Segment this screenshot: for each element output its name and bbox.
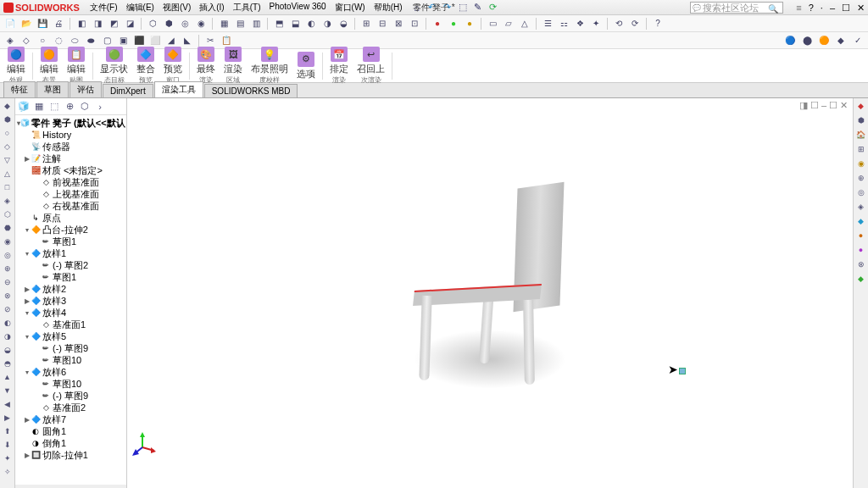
tree-item-8[interactable]: ▾🔶凸台-拉伸2 [15,224,126,236]
tb-x[interactable]: ▭ [486,17,499,30]
opts-icon[interactable]: ≡ [796,3,801,13]
cmd-2-0[interactable]: 🟢显示状态目标 [97,45,131,86]
tb-h[interactable]: ◉ [194,17,208,30]
minimize-button[interactable]: – [830,3,835,13]
vp-5[interactable]: ✕ [840,100,848,111]
cmd-2-2[interactable]: 🔶预览窗口 [160,45,186,86]
tree-root[interactable]: ▾🧊 零件 凳子 (默认<<默认 [15,117,126,129]
print-icon[interactable]: 🖨 [52,17,65,30]
lt-24[interactable]: ▶ [2,412,14,424]
rt-1[interactable]: ◆ [855,100,867,112]
tb-u[interactable]: ● [431,17,444,30]
tree-item-5[interactable]: ◇上视基准面 [15,188,126,200]
tree-item-7[interactable]: ↳原点 [15,212,126,224]
open-icon[interactable]: 📂 [19,17,33,30]
lt-17[interactable]: ◐ [2,317,14,329]
tb-r[interactable]: ⊟ [376,17,389,30]
rt-2[interactable]: ⬢ [855,114,867,126]
lt-26[interactable]: ⬇ [2,439,14,451]
tree-item-24[interactable]: ▶🔷放样7 [15,413,126,425]
tree-item-20[interactable]: ▾🔷放样6 [15,366,126,378]
lt-19[interactable]: ◒ [2,344,14,356]
vp-2[interactable]: ☐ [810,100,819,111]
tb-z[interactable]: △ [518,17,531,30]
tb-f[interactable]: ⬢ [162,17,175,30]
tree-item-21[interactable]: ✏草图10 [15,378,126,390]
tree-item-1[interactable]: 📡传感器 [15,141,126,152]
model-chair[interactable] [380,118,600,440]
tree-item-13[interactable]: ▶🔷放样2 [15,283,126,295]
lt-15[interactable]: ⊗ [2,290,14,302]
tb-n[interactable]: ◐ [304,17,318,30]
lt-7[interactable]: □ [2,181,14,193]
tb-l[interactable]: ⬒ [272,17,286,30]
help-button[interactable]: ? [809,3,814,13]
lt-9[interactable]: ⬡ [2,208,14,220]
tb-b[interactable]: ◨ [91,17,104,30]
lt-20[interactable]: ◓ [2,358,14,369]
lt-11[interactable]: ◉ [2,236,14,247]
chair-leg-2[interactable] [523,300,535,385]
tab-3[interactable]: DimXpert [103,84,153,97]
lt-16[interactable]: ⊘ [2,303,14,315]
orientation-triad[interactable] [132,430,158,456]
t2-r1[interactable]: 🔵 [783,34,797,47]
tb-cc[interactable]: ❖ [573,17,587,30]
close-button[interactable]: ✕ [857,3,865,14]
tb-ee[interactable]: ⟲ [612,17,626,30]
t2-r5[interactable]: ✓ [851,34,865,47]
tree-item-18[interactable]: ✏(-) 草图9 [15,342,126,354]
rt-12[interactable]: ⊗ [855,258,867,270]
tb-c[interactable]: ◩ [107,17,120,30]
tree-tab-2[interactable]: ▦ [32,100,46,114]
tree-item-23[interactable]: ◇基准面2 [15,402,126,413]
menu-tools[interactable]: 工具(T) [230,1,264,14]
lt-6[interactable]: △ [2,168,14,180]
tree-hscroll[interactable] [15,485,126,488]
lt-28[interactable]: ✧ [2,466,14,478]
tree-item-2[interactable]: ▶📝注解 [15,152,126,164]
tree-item-14[interactable]: ▶🔷放样3 [15,295,126,307]
tree-item-0[interactable]: 📜History [15,129,126,141]
menu-edit[interactable]: 编辑(E) [123,1,158,14]
tree-item-15[interactable]: ▾🔷放样4 [15,307,126,319]
cmd-3-0[interactable]: 🎨最终渲染 [193,45,219,86]
cmd-4-1[interactable]: ↩召回上次渲染 [353,45,388,86]
menu-photoview[interactable]: PhotoView 360 [265,1,329,14]
lt-27[interactable]: ✦ [2,452,14,464]
cmd-1-1[interactable]: 📋编辑贴图 [64,45,89,86]
cmd-4-0[interactable]: 📅排定渲染 [326,45,352,86]
search-icon[interactable]: 🔍 [768,3,780,14]
tree-tab-3[interactable]: ⬚ [47,100,61,114]
rebuild-icon[interactable]: ⟳ [487,2,499,14]
tb-t[interactable]: ⊡ [408,17,421,30]
lt-25[interactable]: ⬆ [2,425,14,437]
tree-item-16[interactable]: ◇基准面1 [15,319,126,330]
maximize-button[interactable]: ☐ [842,3,850,14]
lt-12[interactable]: ◎ [2,249,14,261]
tree-item-26[interactable]: ◑倒角1 [15,437,126,449]
tree-item-4[interactable]: ◇前视基准面 [15,176,126,188]
lt-3[interactable]: ○ [2,127,14,139]
tab-4[interactable]: 渲染工具 [154,81,203,97]
menu-help[interactable]: 帮助(H) [370,1,406,14]
tree-item-22[interactable]: ✏(-) 草图9 [15,390,126,402]
rt-11[interactable]: ● [855,244,867,256]
viewport-3d[interactable]: ◨ ☐ – ☐ ✕ ➤ [127,98,853,488]
t2-r2[interactable]: ⬤ [800,34,814,47]
menu-window[interactable]: 窗口(W) [331,1,369,14]
tree-item-19[interactable]: ✏草图10 [15,354,126,366]
tree-item-9[interactable]: ✏草图1 [15,236,126,247]
menu-insert[interactable]: 插入(I) [196,1,227,14]
tree-item-25[interactable]: ◐圆角1 [15,425,126,437]
tb-g[interactable]: ◎ [178,17,192,30]
lt-1[interactable]: ◆ [2,100,14,112]
tb-dd[interactable]: ✦ [589,17,603,30]
lt-5[interactable]: ▽ [2,154,14,166]
menu-file[interactable]: 文件(F) [86,1,121,14]
t2-r4[interactable]: ◆ [834,34,848,47]
tab-0[interactable]: 特征 [3,81,36,97]
rt-7[interactable]: ◎ [855,186,867,198]
cmd-3-2[interactable]: 💡布景照明度校样 [248,45,292,86]
cmd-2-1[interactable]: 🔷整合预览 [133,45,159,86]
